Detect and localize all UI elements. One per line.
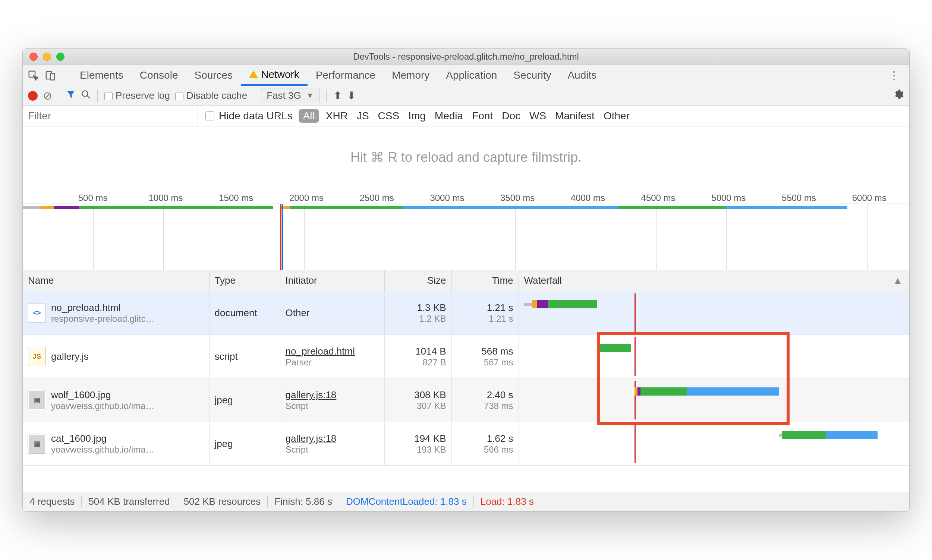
waterfall-segment <box>779 434 782 437</box>
status-dcl: DOMContentLoaded: 1.83 s <box>339 496 474 508</box>
warning-icon <box>249 71 258 78</box>
tab-label: Elements <box>80 69 123 81</box>
search-icon[interactable] <box>81 89 91 102</box>
tab-label: Sources <box>194 69 233 81</box>
html-file-icon: <> <box>28 303 46 323</box>
tab-application[interactable]: Application <box>438 65 505 86</box>
type-filter-manifest[interactable]: Manifest <box>551 110 599 122</box>
tab-label: Security <box>513 69 551 81</box>
network-requests-table: Name Type Initiator Size Time Waterfall▲… <box>23 270 909 466</box>
waterfall-segment <box>532 300 538 308</box>
filmstrip-placeholder: Hit ⌘ R to reload and capture filmstrip. <box>23 126 909 188</box>
waterfall-segment <box>687 388 779 395</box>
type-filter-xhr[interactable]: XHR <box>321 110 352 122</box>
waterfall-segment <box>524 303 532 306</box>
upload-har-icon[interactable]: ⬆ <box>333 89 342 102</box>
type-filter-all[interactable]: All <box>298 109 319 123</box>
col-name[interactable]: Name <box>23 270 209 291</box>
network-toolbar: ⊘ Preserve log Disable cache Fast 3G ▼ ⬆… <box>23 86 909 106</box>
status-transferred: 504 KB transferred <box>82 496 177 508</box>
clear-icon[interactable]: ⊘ <box>43 89 52 102</box>
table-row[interactable]: ▣ wolf_1600.jpg yoavweiss.github.io/ima…… <box>23 378 909 422</box>
initiator-link[interactable]: gallery.js:18 <box>286 433 337 444</box>
type-filter-img[interactable]: Img <box>404 110 430 122</box>
tab-network[interactable]: Network <box>241 65 308 86</box>
request-type: document <box>209 291 280 335</box>
table-header: Name Type Initiator Size Time Waterfall▲ <box>23 270 909 291</box>
table-row[interactable]: JS gallery.js scriptno_preload.htmlParse… <box>23 335 909 378</box>
resource-size: 1.2 KB <box>390 314 446 324</box>
timeline-tick: 4500 ms <box>641 193 675 203</box>
tab-sources[interactable]: Sources <box>186 65 241 86</box>
type-filter-other[interactable]: Other <box>599 110 634 122</box>
load-event-marker <box>635 424 636 463</box>
tab-console[interactable]: Console <box>132 65 186 86</box>
timeline-tick: 3500 ms <box>500 193 535 203</box>
latency-time: 566 ms <box>457 445 513 455</box>
overview-bar <box>290 206 403 209</box>
tab-audits[interactable]: Audits <box>559 65 605 86</box>
overview-bar <box>618 206 727 209</box>
overview-bar <box>193 206 273 209</box>
settings-gear-icon[interactable] <box>893 89 904 103</box>
col-time[interactable]: Time <box>451 270 518 291</box>
timeline-overview[interactable]: 500 ms1000 ms1500 ms2000 ms2500 ms3000 m… <box>23 188 909 270</box>
timeline-gridline <box>375 204 375 270</box>
col-type[interactable]: Type <box>209 270 280 291</box>
timeline-tick: 1000 ms <box>148 193 183 203</box>
overview-bar <box>403 206 618 209</box>
type-filter-js[interactable]: JS <box>352 110 374 122</box>
waterfall-bar[interactable] <box>524 294 904 332</box>
waterfall-bar[interactable] <box>524 381 904 420</box>
transfer-size: 1.3 KB <box>417 302 446 313</box>
timeline-gridline <box>656 204 657 270</box>
col-initiator[interactable]: Initiator <box>280 270 384 291</box>
initiator-link[interactable]: gallery.js:18 <box>286 389 337 400</box>
initiator-type: Script <box>286 445 379 455</box>
filter-toggle-icon[interactable] <box>66 89 76 102</box>
initiator-type: Script <box>286 401 379 411</box>
download-har-icon[interactable]: ⬇ <box>347 89 356 102</box>
preserve-log-checkbox[interactable]: Preserve log <box>105 90 170 102</box>
type-filter-doc[interactable]: Doc <box>497 110 525 122</box>
tab-label: Application <box>446 69 497 81</box>
type-filter-ws[interactable]: WS <box>525 110 551 122</box>
device-toolbar-icon[interactable] <box>44 69 57 82</box>
waterfall-segment <box>589 300 597 308</box>
waterfall-bar[interactable] <box>524 424 904 463</box>
tab-memory[interactable]: Memory <box>384 65 438 86</box>
overview-bar <box>54 206 79 209</box>
timeline-tick: 5500 ms <box>782 193 816 203</box>
more-tabs-icon[interactable]: ⋮ <box>888 69 906 82</box>
filter-input[interactable] <box>23 106 198 126</box>
waterfall-segment <box>600 344 631 352</box>
waterfall-segment <box>637 388 640 395</box>
request-type: script <box>209 335 280 378</box>
initiator-link[interactable]: no_preload.html <box>286 346 355 357</box>
waterfall-segment <box>537 300 548 308</box>
tab-label: Console <box>140 69 178 81</box>
table-row[interactable]: <> no_preload.html responsive-preload.gl… <box>23 291 909 335</box>
record-button[interactable] <box>28 91 38 101</box>
col-waterfall[interactable]: Waterfall▲ <box>518 270 909 291</box>
waterfall-bar[interactable] <box>524 337 904 376</box>
status-resources: 502 KB resources <box>177 496 268 508</box>
hide-data-urls-checkbox[interactable] <box>205 111 214 120</box>
type-filter-font[interactable]: Font <box>468 110 497 122</box>
tab-elements[interactable]: Elements <box>72 65 132 86</box>
total-time: 2.40 s <box>487 389 513 400</box>
request-name: gallery.js <box>51 351 89 362</box>
timeline-tick: 2500 ms <box>360 193 394 203</box>
type-filter-css[interactable]: CSS <box>374 110 404 122</box>
disable-cache-checkbox[interactable]: Disable cache <box>175 90 247 102</box>
tab-security[interactable]: Security <box>505 65 559 86</box>
type-filter-media[interactable]: Media <box>430 110 468 122</box>
status-load: Load: 1.83 s <box>474 496 541 508</box>
throttling-dropdown[interactable]: Fast 3G ▼ <box>261 88 319 103</box>
hide-data-urls-label: Hide data URLs <box>219 110 293 122</box>
inspect-element-icon[interactable] <box>26 69 40 82</box>
tab-performance[interactable]: Performance <box>308 65 384 86</box>
table-row[interactable]: ▣ cat_1600.jpg yoavweiss.github.io/ima… … <box>23 422 909 466</box>
timeline-gridline <box>515 204 515 270</box>
col-size[interactable]: Size <box>384 270 451 291</box>
